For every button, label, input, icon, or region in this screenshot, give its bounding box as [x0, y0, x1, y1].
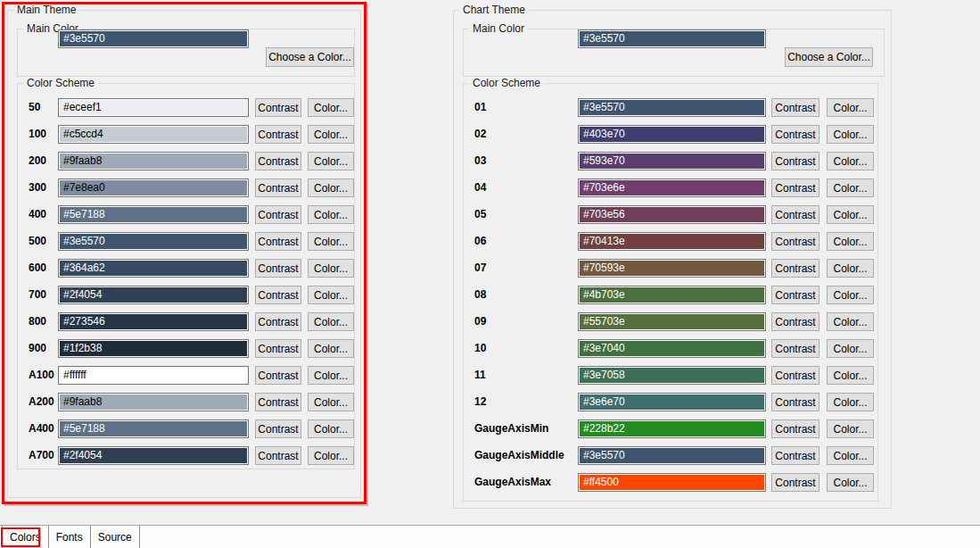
color-scheme-row: 50#eceef1ContrastColor...	[18, 98, 354, 117]
color-picker-button[interactable]: Color...	[308, 259, 354, 278]
contrast-button[interactable]: Contrast	[771, 259, 819, 278]
color-hex-field[interactable]: #703e6e	[578, 179, 766, 197]
color-picker-button[interactable]: Color...	[308, 339, 354, 358]
contrast-button[interactable]: Contrast	[255, 259, 301, 278]
color-picker-button[interactable]: Color...	[308, 286, 354, 304]
color-picker-button[interactable]: Color...	[308, 312, 354, 331]
color-hex-field[interactable]: #2f4054	[58, 286, 249, 304]
color-hex-field[interactable]: #228b22	[578, 419, 766, 438]
color-hex-field[interactable]: #70593e	[578, 259, 766, 278]
tab-source[interactable]: Source	[91, 526, 140, 548]
tab-fonts[interactable]: Fonts	[49, 526, 91, 548]
color-picker-button[interactable]: Color...	[308, 152, 354, 170]
color-picker-button[interactable]: Color...	[827, 232, 874, 251]
color-hex-field[interactable]: #403e70	[578, 125, 766, 144]
color-hex-field[interactable]: #3e5570	[578, 446, 766, 465]
contrast-button[interactable]: Contrast	[255, 232, 301, 251]
color-picker-button[interactable]: Color...	[827, 339, 874, 358]
contrast-button[interactable]: Contrast	[771, 205, 819, 224]
color-hex-field[interactable]: #4b703e	[578, 286, 766, 304]
color-hex-field[interactable]: #9faab8	[58, 393, 249, 411]
contrast-button[interactable]: Contrast	[771, 393, 819, 411]
contrast-button[interactable]: Contrast	[771, 179, 819, 197]
color-picker-button[interactable]: Color...	[827, 366, 874, 385]
color-picker-button[interactable]: Color...	[308, 179, 354, 197]
contrast-button[interactable]: Contrast	[771, 125, 819, 144]
color-picker-button[interactable]: Color...	[308, 366, 354, 385]
contrast-button[interactable]: Contrast	[255, 179, 301, 197]
color-hex-field[interactable]: #55703e	[578, 312, 766, 331]
color-hex-field[interactable]: #ff4500	[578, 473, 766, 492]
contrast-button[interactable]: Contrast	[255, 339, 301, 358]
contrast-button[interactable]: Contrast	[255, 205, 301, 224]
contrast-button[interactable]: Contrast	[255, 393, 301, 411]
contrast-button[interactable]: Contrast	[771, 98, 819, 117]
color-picker-button[interactable]: Color...	[308, 125, 354, 144]
contrast-button[interactable]: Contrast	[255, 98, 301, 117]
color-picker-button[interactable]: Color...	[827, 393, 874, 411]
contrast-button[interactable]: Contrast	[255, 312, 301, 331]
contrast-button[interactable]: Contrast	[771, 473, 819, 492]
color-hex-field[interactable]: #3e5570	[578, 98, 766, 117]
color-picker-button[interactable]: Color...	[827, 312, 874, 331]
contrast-button[interactable]: Contrast	[255, 446, 301, 465]
color-hex-field[interactable]: #c5ccd4	[58, 125, 249, 144]
color-hex-field[interactable]: #3e5570	[58, 232, 249, 251]
choose-color-button[interactable]: Choose a Color...	[266, 47, 354, 67]
color-hex-field[interactable]: #70413e	[578, 232, 766, 251]
color-hex-field[interactable]: #5e7188	[58, 419, 249, 438]
color-hex-field[interactable]: #364a62	[58, 259, 249, 278]
color-picker-button[interactable]: Color...	[308, 393, 354, 411]
color-picker-button[interactable]: Color...	[827, 205, 874, 224]
contrast-button[interactable]: Contrast	[255, 125, 301, 144]
color-scheme-row: A700#2f4054ContrastColor...	[18, 446, 354, 465]
color-key-label: 01	[474, 98, 486, 117]
color-picker-button[interactable]: Color...	[827, 152, 874, 170]
color-picker-button[interactable]: Color...	[827, 259, 874, 278]
color-picker-button[interactable]: Color...	[827, 473, 874, 492]
contrast-button[interactable]: Contrast	[771, 312, 819, 331]
color-hex-field[interactable]: #eceef1	[58, 98, 249, 117]
color-picker-button[interactable]: Color...	[308, 205, 354, 224]
color-hex-field[interactable]: #7e8ea0	[58, 179, 249, 197]
color-picker-button[interactable]: Color...	[308, 419, 354, 438]
color-hex-field[interactable]: #3e7040	[578, 339, 766, 358]
contrast-button[interactable]: Contrast	[255, 419, 301, 438]
contrast-button[interactable]: Contrast	[771, 286, 819, 304]
color-picker-button[interactable]: Color...	[827, 419, 874, 438]
color-picker-button[interactable]: Color...	[827, 179, 874, 197]
color-hex-field[interactable]: #1f2b38	[58, 339, 249, 358]
color-picker-button[interactable]: Color...	[827, 125, 874, 144]
color-hex-field[interactable]: #3e7058	[578, 366, 766, 385]
color-hex-field[interactable]: #ffffff	[58, 366, 249, 385]
color-hex-field[interactable]: #593e70	[578, 152, 766, 170]
contrast-button[interactable]: Contrast	[771, 446, 819, 465]
color-scheme-row: GaugeAxisMin#228b22ContrastColor...	[464, 419, 877, 438]
color-key-label: A200	[29, 393, 54, 411]
contrast-button[interactable]: Contrast	[771, 232, 819, 251]
main-color-field[interactable]: #3e5570	[578, 29, 766, 48]
color-hex-field[interactable]: #703e56	[578, 205, 766, 224]
color-picker-button[interactable]: Color...	[308, 446, 354, 465]
color-hex-field[interactable]: #2f4054	[58, 446, 249, 465]
color-hex-field[interactable]: #273546	[58, 312, 249, 331]
color-picker-button[interactable]: Color...	[827, 446, 874, 465]
color-hex-field[interactable]: #9faab8	[58, 152, 249, 170]
main-color-field[interactable]: #3e5570	[58, 29, 249, 48]
contrast-button[interactable]: Contrast	[771, 366, 819, 385]
color-picker-button[interactable]: Color...	[308, 98, 354, 117]
color-hex-field[interactable]: #5e7188	[58, 205, 249, 224]
color-picker-button[interactable]: Color...	[308, 232, 354, 251]
color-picker-button[interactable]: Color...	[827, 286, 874, 304]
choose-color-button[interactable]: Choose a Color...	[785, 47, 873, 67]
contrast-button[interactable]: Contrast	[255, 286, 301, 304]
color-scheme-row: 02#403e70ContrastColor...	[464, 125, 877, 144]
color-picker-button[interactable]: Color...	[827, 98, 874, 117]
color-hex-field[interactable]: #3e6e70	[578, 393, 766, 411]
contrast-button[interactable]: Contrast	[771, 419, 819, 438]
tab-colors[interactable]: Colors	[2, 526, 49, 548]
contrast-button[interactable]: Contrast	[771, 152, 819, 170]
contrast-button[interactable]: Contrast	[255, 366, 301, 385]
contrast-button[interactable]: Contrast	[255, 152, 301, 170]
contrast-button[interactable]: Contrast	[771, 339, 819, 358]
